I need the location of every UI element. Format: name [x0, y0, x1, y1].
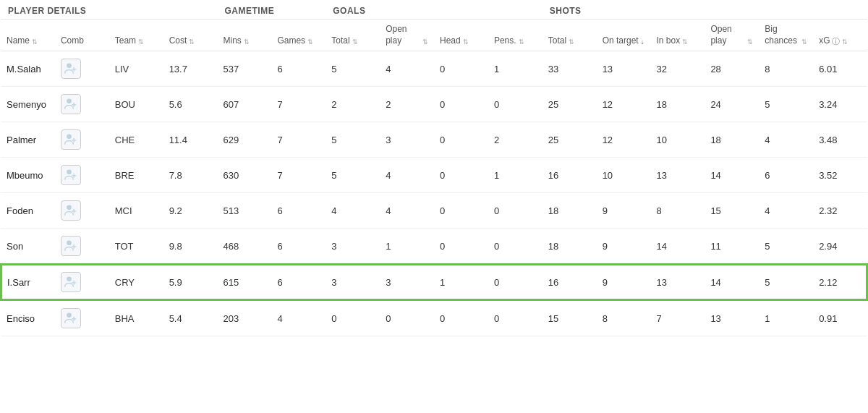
add-button-cell [55, 193, 109, 229]
player-games: 6 [271, 229, 326, 265]
add-player-button[interactable] [61, 308, 81, 328]
player-team: CHE [109, 122, 163, 158]
section-gametime: Gametime [218, 0, 326, 20]
player-rows: M.Salah LIV13.7537654013313322886.01Seme… [1, 51, 867, 336]
player-head: 0 [434, 122, 488, 158]
player-shots-open-play: 15 [705, 193, 759, 229]
player-cost: 11.4 [163, 122, 218, 158]
player-in-box: 8 [651, 193, 705, 229]
table-row: Mbeumo BRE7.8630754011610131463.52 [1, 158, 867, 193]
col-head: Head ⇅ [434, 20, 488, 51]
section-shots: Shots [542, 0, 813, 20]
player-pens: 2 [488, 122, 542, 158]
sort-games[interactable]: ⇅ [307, 38, 313, 47]
player-shots-total: 18 [542, 229, 597, 265]
section-player-details: Player details [1, 0, 218, 20]
player-mins: 537 [218, 51, 272, 87]
add-button-cell [55, 229, 109, 265]
player-in-box: 32 [651, 51, 705, 87]
player-team: MCI [109, 193, 163, 229]
player-open-play: 3 [380, 122, 434, 158]
player-team: BRE [109, 158, 163, 193]
player-cost: 7.8 [163, 158, 218, 193]
player-on-target: 10 [597, 158, 651, 193]
add-player-button[interactable] [61, 165, 81, 185]
sort-cost[interactable]: ⇅ [189, 38, 195, 47]
table-row: Foden MCI9.25136440018981542.32 [1, 193, 867, 229]
sort-name[interactable]: ⇅ [32, 38, 38, 47]
sort-on-target[interactable]: ↓ [641, 38, 644, 47]
col-team: Team ⇅ [109, 20, 163, 51]
sort-team[interactable]: ⇅ [138, 38, 144, 47]
svg-point-4 [67, 205, 72, 210]
add-button-cell [55, 264, 109, 300]
player-shots-open-play: 24 [705, 87, 759, 122]
add-player-button[interactable] [61, 200, 81, 221]
player-mins: 468 [218, 229, 272, 265]
sort-in-box[interactable]: ⇅ [682, 38, 688, 47]
player-shots-open-play: 11 [705, 229, 759, 265]
player-goals-total: 2 [326, 87, 380, 122]
table-row: I.Sarr CRY5.961563310169131452.12 [1, 264, 867, 300]
player-on-target: 8 [597, 300, 651, 336]
section-goals: Goals [326, 0, 542, 20]
player-name: Son [1, 229, 55, 265]
add-player-button[interactable] [61, 59, 81, 79]
sort-head[interactable]: ⇅ [463, 38, 469, 47]
player-stats-table: Player details Gametime Goals Shots Name… [0, 0, 868, 336]
col-name: Name ⇅ [1, 20, 55, 51]
player-pens: 1 [488, 51, 542, 87]
player-name: M.Salah [1, 51, 55, 87]
player-head: 0 [434, 300, 488, 336]
add-player-button[interactable] [61, 129, 81, 150]
player-pens: 0 [488, 193, 542, 229]
player-xg: 3.48 [813, 122, 867, 158]
col-mins: Mins ⇅ [218, 20, 272, 51]
sort-xg[interactable]: ⇅ [842, 38, 848, 47]
player-shots-total: 16 [542, 264, 597, 300]
sort-pens[interactable]: ⇅ [519, 38, 524, 47]
add-player-button[interactable] [61, 272, 81, 292]
player-shots-total: 16 [542, 158, 597, 193]
player-games: 7 [271, 158, 326, 193]
player-goals-total: 3 [326, 264, 380, 300]
player-head: 0 [434, 87, 488, 122]
xg-info-icon[interactable]: ⓘ [832, 36, 840, 46]
player-mins: 513 [218, 193, 272, 229]
add-button-cell [55, 300, 109, 336]
player-shots-open-play: 13 [705, 300, 759, 336]
player-games: 4 [271, 300, 326, 336]
player-shots-total: 15 [542, 300, 597, 336]
player-name: Foden [1, 193, 55, 229]
stats-table-container: Player details Gametime Goals Shots Name… [0, 0, 868, 336]
player-on-target: 12 [597, 87, 651, 122]
player-goals-total: 5 [326, 51, 380, 87]
section-header-row: Player details Gametime Goals Shots [1, 0, 867, 20]
player-in-box: 13 [651, 264, 705, 300]
player-xg: 3.52 [813, 158, 867, 193]
svg-point-5 [67, 241, 72, 246]
player-big-chances: 5 [759, 87, 813, 122]
add-player-button[interactable] [61, 236, 81, 256]
add-player-button[interactable] [61, 94, 81, 114]
player-pens: 1 [488, 158, 542, 193]
player-pens: 0 [488, 87, 542, 122]
svg-point-1 [67, 99, 72, 104]
svg-point-2 [67, 135, 72, 140]
sort-mins[interactable]: ⇅ [244, 38, 250, 47]
player-big-chances: 5 [759, 264, 813, 300]
player-xg: 6.01 [813, 51, 867, 87]
svg-point-6 [67, 277, 72, 282]
sort-shots-total[interactable]: ⇅ [569, 38, 574, 47]
add-button-cell [55, 87, 109, 122]
player-open-play: 4 [380, 193, 434, 229]
sort-goals-total[interactable]: ⇅ [352, 38, 358, 47]
player-name: Palmer [1, 122, 55, 158]
sort-open-play[interactable]: ⇅ [422, 38, 428, 47]
player-team: BHA [109, 300, 163, 336]
player-xg: 2.12 [813, 264, 867, 300]
player-big-chances: 5 [759, 229, 813, 265]
sort-big-chances[interactable]: ⇅ [801, 38, 807, 47]
sort-shots-open-play[interactable]: ⇅ [747, 38, 753, 47]
player-mins: 203 [218, 300, 272, 336]
